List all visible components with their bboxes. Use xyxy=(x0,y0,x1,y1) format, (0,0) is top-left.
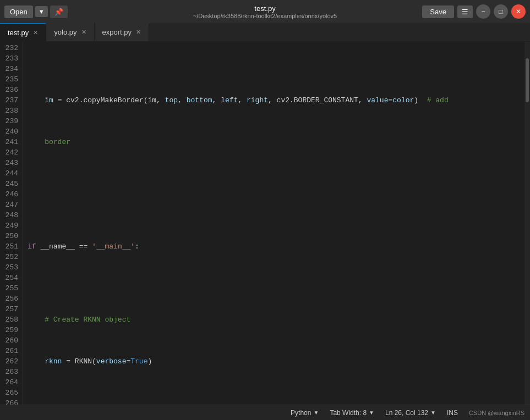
window-title-path: ~/Desktop/rk3588/rknn-toolkit2/examples/… xyxy=(193,13,337,19)
position-arrow: ▼ xyxy=(430,410,436,416)
titlebar-right: Save ☰ − □ ✕ xyxy=(422,4,526,19)
titlebar-left: Open ▼ 📌 xyxy=(4,5,68,18)
status-encoding[interactable]: INS xyxy=(447,409,458,417)
tab-export-py[interactable]: export.py ✕ xyxy=(95,23,149,41)
tab-label: test.py xyxy=(8,29,29,37)
code-editor[interactable]: im = cv2.copyMakeBorder(im, top, bottom,… xyxy=(23,42,524,405)
position-label: Ln 26, Col 132 xyxy=(385,409,428,417)
open-dropdown[interactable]: ▼ xyxy=(35,6,48,17)
tabwidth-label: Tab Width: 8 xyxy=(330,409,367,417)
code-line-233: border xyxy=(28,137,524,147)
code-line-232: im = cv2.copyMakeBorder(im, top, bottom,… xyxy=(28,95,524,106)
save-button[interactable]: Save xyxy=(422,5,454,18)
menu-button[interactable]: ☰ xyxy=(457,5,473,18)
titlebar-center: test.py ~/Desktop/rk3588/rknn-toolkit2/e… xyxy=(193,4,337,19)
window-title-filename: test.py xyxy=(193,4,337,13)
statusbar: Python ▼ Tab Width: 8 ▼ Ln 26, Col 132 ▼… xyxy=(0,405,530,420)
open-button[interactable]: Open xyxy=(4,5,33,18)
code-container: 2322332342352362372382392402412422432442… xyxy=(0,42,530,405)
tab-close-button[interactable]: ✕ xyxy=(33,30,38,36)
scrollbar[interactable] xyxy=(524,42,530,405)
tab-label: yolo.py xyxy=(54,28,77,36)
python-label: Python xyxy=(291,409,311,417)
tabwidth-arrow: ▼ xyxy=(369,410,374,416)
tab-yolo-py[interactable]: yolo.py ✕ xyxy=(46,23,94,41)
close-button[interactable]: ✕ xyxy=(511,4,526,19)
tab-close-button[interactable]: ✕ xyxy=(81,29,86,35)
pin-button[interactable]: 📌 xyxy=(50,5,68,18)
code-line-236: if __name__ == '__main__': xyxy=(28,241,524,252)
titlebar: Open ▼ 📌 test.py ~/Desktop/rk3588/rknn-t… xyxy=(0,0,530,23)
python-arrow: ▼ xyxy=(313,410,319,416)
line-numbers: 2322332342352362372382392402412422432442… xyxy=(0,42,23,405)
watermark: CSDN @wangxinRS xyxy=(469,410,524,416)
code-line-238: # Create RKNN object xyxy=(28,314,524,325)
scrollbar-thumb[interactable] xyxy=(526,58,529,102)
minimize-button[interactable]: − xyxy=(476,4,490,19)
tab-bar: test.py ✕ yolo.py ✕ export.py ✕ xyxy=(0,23,530,42)
encoding-label: INS xyxy=(447,409,458,417)
tab-test-py[interactable]: test.py ✕ xyxy=(0,23,46,41)
maximize-button[interactable]: □ xyxy=(494,4,508,19)
status-python[interactable]: Python ▼ xyxy=(291,409,319,417)
status-tabwidth[interactable]: Tab Width: 8 ▼ xyxy=(330,409,374,417)
tab-close-button[interactable]: ✕ xyxy=(136,29,141,35)
tab-label: export.py xyxy=(102,28,132,36)
code-line-239: rknn = RKNN(verbose=True) xyxy=(28,356,524,367)
status-position[interactable]: Ln 26, Col 132 ▼ xyxy=(385,409,436,417)
